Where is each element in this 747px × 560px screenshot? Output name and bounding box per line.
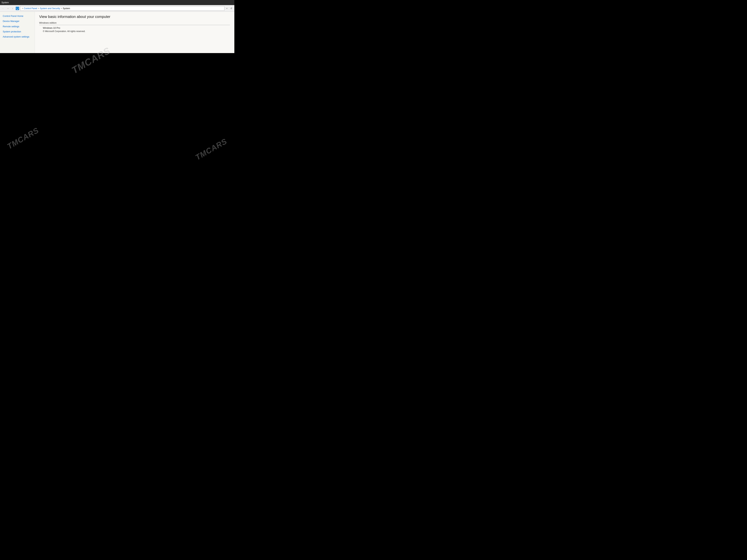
up-button[interactable]: ↑ bbox=[10, 6, 15, 10]
back-button[interactable]: ← bbox=[1, 6, 5, 10]
sidebar-item-label: Remote settings bbox=[3, 25, 19, 28]
up-icon: ↑ bbox=[12, 7, 13, 9]
svg-rect-2 bbox=[17, 9, 18, 9]
breadcrumb-control-panel[interactable]: Control Panel bbox=[24, 7, 37, 10]
svg-rect-1 bbox=[17, 9, 18, 9]
address-bar-right: ▾ ↺ bbox=[225, 6, 233, 10]
computer-icon bbox=[16, 7, 19, 10]
sidebar-item-remote-settings[interactable]: Remote settings bbox=[0, 24, 34, 29]
dark-area bbox=[0, 53, 234, 176]
dropdown-icon: ▾ bbox=[227, 7, 227, 9]
sidebar-item-label: Device Manager bbox=[3, 20, 19, 23]
breadcrumb-system: System bbox=[63, 7, 70, 10]
breadcrumb-sep-2: > bbox=[61, 7, 62, 10]
sidebar-item-control-panel-home[interactable]: Control Panel Home bbox=[0, 14, 34, 19]
svg-rect-0 bbox=[16, 7, 19, 9]
sidebar-item-device-manager[interactable]: Device Manager bbox=[0, 19, 34, 24]
sidebar-item-system-protection[interactable]: System protection bbox=[0, 29, 34, 34]
breadcrumb: > Control Panel > System and Security > … bbox=[20, 6, 225, 10]
breadcrumb-sep-1: > bbox=[38, 7, 39, 10]
refresh-button[interactable]: ↺ bbox=[229, 6, 233, 10]
breadcrumb-root-sep: > bbox=[22, 7, 23, 10]
windows-version: Windows 10 Pro bbox=[43, 27, 230, 29]
sidebar-item-label: Control Panel Home bbox=[3, 15, 23, 18]
address-bar: ← → ↑ > Control Panel > System and Secur… bbox=[0, 5, 234, 12]
sidebar-item-label: System protection bbox=[3, 30, 21, 33]
page-title: View basic information about your comput… bbox=[39, 15, 230, 19]
forward-button[interactable]: → bbox=[6, 6, 10, 10]
copyright-text: © Microsoft Corporation. All rights rese… bbox=[43, 30, 230, 33]
sidebar-item-advanced-system-settings[interactable]: Advanced system settings bbox=[0, 34, 34, 39]
forward-icon: → bbox=[7, 7, 9, 9]
title-bar: System bbox=[0, 0, 234, 5]
sidebar-item-label: Advanced system settings bbox=[3, 35, 29, 38]
refresh-icon: ↺ bbox=[230, 7, 232, 10]
breadcrumb-system-security[interactable]: System and Security bbox=[40, 7, 60, 10]
windows-edition-section: Windows edition bbox=[39, 21, 230, 25]
title-bar-text: System bbox=[1, 1, 9, 4]
back-icon: ← bbox=[2, 7, 4, 9]
address-dropdown-button[interactable]: ▾ bbox=[225, 6, 229, 10]
